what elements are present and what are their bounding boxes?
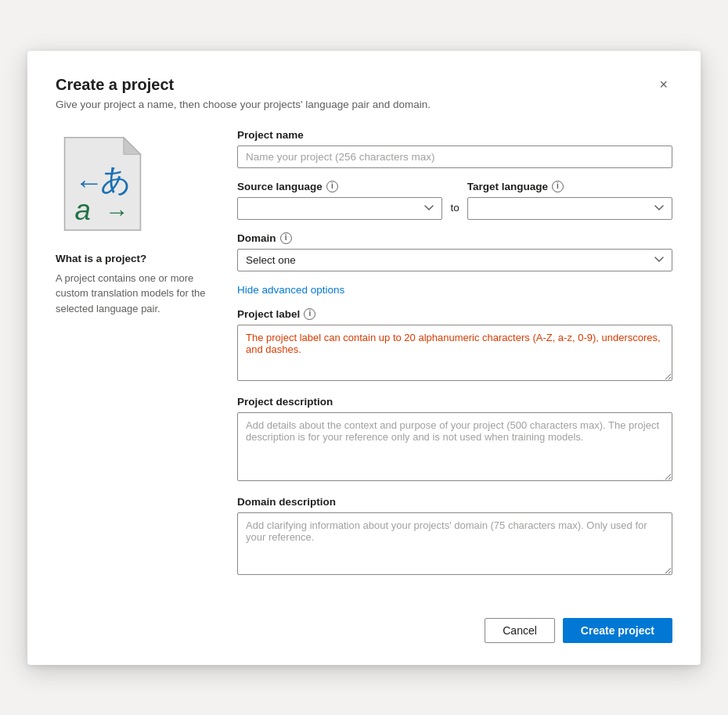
svg-marker-1 bbox=[124, 137, 141, 154]
language-row: Source language i to Target language i bbox=[237, 181, 672, 220]
domain-select[interactable]: Select one bbox=[237, 249, 672, 271]
project-label-textarea[interactable] bbox=[237, 325, 672, 381]
target-language-info-icon: i bbox=[552, 181, 564, 192]
project-label-field-group: Project label i bbox=[237, 308, 672, 383]
close-button[interactable]: × bbox=[654, 76, 672, 93]
domain-description-field-group: Domain description bbox=[237, 496, 672, 577]
domain-description-label: Domain description bbox=[237, 496, 672, 508]
what-is-project-title: What is a project? bbox=[56, 253, 146, 264]
dialog-subtitle: Give your project a name, then choose yo… bbox=[56, 99, 672, 110]
source-language-select[interactable] bbox=[237, 197, 442, 220]
target-language-group: Target language i bbox=[467, 181, 672, 220]
svg-text:a: a bbox=[74, 194, 90, 226]
project-icon: ← あ a → bbox=[56, 129, 150, 239]
domain-label: Domain i bbox=[237, 232, 672, 244]
source-language-group: Source language i bbox=[237, 181, 442, 220]
project-description-field-group: Project description bbox=[237, 396, 672, 483]
source-language-label: Source language i bbox=[237, 181, 442, 192]
cancel-button[interactable]: Cancel bbox=[485, 618, 555, 643]
project-description-textarea[interactable] bbox=[237, 412, 672, 481]
target-language-select[interactable] bbox=[467, 197, 672, 220]
project-name-label: Project name bbox=[237, 129, 672, 141]
dialog-title: Create a project bbox=[56, 76, 174, 94]
svg-text:あ: あ bbox=[100, 162, 132, 196]
create-project-button[interactable]: Create project bbox=[563, 618, 672, 643]
to-label: to bbox=[442, 202, 467, 220]
left-panel: ← あ a → What is a project? A project con… bbox=[56, 129, 212, 317]
dialog-body: ← あ a → What is a project? A project con… bbox=[56, 129, 672, 643]
project-name-input[interactable] bbox=[237, 146, 672, 168]
what-is-project-desc: A project contains one or more custom tr… bbox=[56, 271, 212, 317]
hide-advanced-options-link[interactable]: Hide advanced options bbox=[237, 284, 672, 296]
source-language-info-icon: i bbox=[326, 181, 338, 192]
dialog-header: Create a project × bbox=[56, 76, 672, 94]
create-project-dialog: Create a project × Give your project a n… bbox=[27, 51, 701, 665]
domain-description-textarea[interactable] bbox=[237, 512, 672, 575]
dialog-footer: Cancel Create project bbox=[237, 609, 672, 643]
project-description-label: Project description bbox=[237, 396, 672, 408]
target-language-label: Target language i bbox=[467, 181, 672, 192]
right-panel: Project name Source language i to bbox=[237, 129, 672, 643]
project-label-info-icon: i bbox=[304, 308, 315, 320]
project-name-field-group: Project name bbox=[237, 129, 672, 168]
svg-text:→: → bbox=[105, 199, 128, 225]
domain-info-icon: i bbox=[280, 232, 292, 244]
project-label-label: Project label i bbox=[237, 308, 672, 320]
domain-field-group: Domain i Select one bbox=[237, 232, 672, 271]
